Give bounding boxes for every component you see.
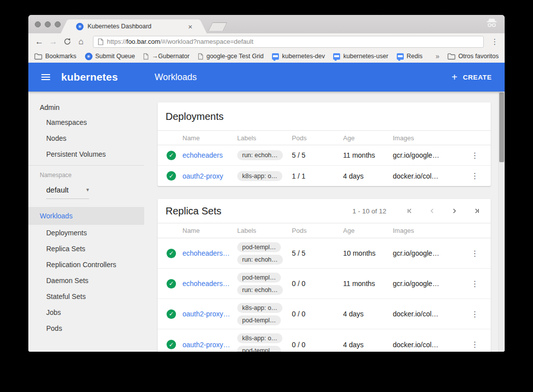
label-chip: k8s-app: o… — [237, 171, 282, 181]
hamburger-menu-icon[interactable] — [41, 74, 50, 80]
create-button[interactable]: + CREATE — [451, 72, 492, 82]
namespace-label: Namespace — [28, 172, 144, 179]
back-button[interactable]: ← — [33, 37, 45, 47]
kubernetes-icon: ✳ — [85, 53, 92, 60]
bookmarks-overflow-icon[interactable]: » — [436, 52, 440, 60]
window-minimize-button[interactable] — [45, 21, 51, 27]
url-bar[interactable]: https://foo.bar.com/#/workload?namespace… — [93, 36, 484, 48]
chevron-down-icon: ▾ — [86, 187, 89, 193]
table-header: Name Labels Pods Age Images — [158, 130, 491, 145]
folder-icon — [34, 53, 42, 60]
window-close-button[interactable] — [35, 21, 41, 27]
sidebar-item-workloads[interactable]: Workloads — [28, 207, 144, 225]
row-menu-button[interactable]: ⋮ — [465, 279, 485, 289]
bookmark-item[interactable]: kubernetes-user — [333, 53, 388, 60]
app-body: Admin Namespaces Nodes Persistent Volume… — [28, 92, 505, 352]
bookmark-item[interactable]: kubernetes-dev — [272, 53, 325, 60]
scrollbar-thumb[interactable] — [499, 93, 504, 162]
plus-icon: + — [451, 72, 457, 82]
page-security-icon — [98, 38, 103, 45]
url-path: /#/workload?namespace=default — [160, 38, 254, 45]
status-ok-icon: ✓ — [167, 279, 176, 289]
label-chip: k8s-app: o… — [237, 333, 282, 343]
incognito-icon — [486, 17, 498, 28]
sidebar-item-pods[interactable]: Pods — [28, 320, 144, 336]
resource-link[interactable]: oauth2-proxy… — [182, 310, 237, 318]
bookmarks-bar: Bookmarks ✳ Submit Queue →Gubernator goo… — [28, 50, 505, 63]
reload-button[interactable] — [61, 37, 73, 46]
tab-close-icon[interactable]: × — [186, 22, 194, 31]
content-scrollbar[interactable] — [498, 92, 505, 352]
table-row: ✓ echoheaders run: echoh… 5 / 5 11 month… — [158, 145, 491, 166]
sidebar-item-admin[interactable]: Admin — [28, 100, 144, 114]
sidebar-item-deployments[interactable]: Deployments — [28, 225, 144, 241]
sidebar-item-namespaces[interactable]: Namespaces — [28, 114, 144, 130]
browser-menu-icon[interactable]: ⋮ — [490, 37, 500, 46]
sidebar-item-replication-controllers[interactable]: Replication Controllers — [28, 257, 144, 273]
group-icon — [333, 53, 340, 60]
window-zoom-button[interactable] — [55, 21, 61, 27]
url-host: foo.bar.com — [126, 38, 160, 45]
group-icon — [272, 53, 279, 60]
resource-link[interactable]: oauth2-proxy — [182, 172, 237, 180]
status-ok-icon: ✓ — [167, 340, 176, 349]
tab-title: Kubernetes Dashboard — [88, 23, 186, 30]
card-title: Deployments — [166, 111, 224, 122]
sidebar-divider — [28, 165, 144, 166]
sidebar-item-persistent-volumes[interactable]: Persistent Volumes — [28, 146, 144, 162]
other-bookmarks-folder[interactable]: Otros favoritos — [447, 53, 499, 60]
browser-navbar: ← → ⌂ https://foo.bar.com/#/workload?nam… — [28, 33, 505, 50]
deployments-card: Deployments Name Labels Pods Age Images … — [158, 102, 491, 186]
sidebar: Admin Namespaces Nodes Persistent Volume… — [28, 92, 144, 352]
new-tab-button[interactable] — [208, 22, 227, 31]
row-menu-button[interactable]: ⋮ — [465, 340, 485, 349]
status-ok-icon: ✓ — [167, 249, 176, 258]
bookmark-item[interactable]: Redis — [397, 53, 423, 60]
sidebar-item-daemon-sets[interactable]: Daemon Sets — [28, 273, 144, 289]
next-page-button[interactable] — [448, 205, 460, 217]
home-button[interactable]: ⌂ — [75, 37, 87, 47]
desktop-background: ✳ Kubernetes Dashboard × ← → — [0, 0, 533, 392]
resource-link[interactable]: oauth2-proxy… — [182, 341, 237, 349]
bookmark-item[interactable]: google-gce Test Grid — [198, 53, 264, 60]
bookmark-item[interactable]: Bookmarks — [34, 53, 77, 60]
sidebar-item-nodes[interactable]: Nodes — [28, 130, 144, 146]
status-ok-icon: ✓ — [167, 309, 176, 319]
label-chip: pod-templ… — [237, 315, 281, 325]
label-chip: run: echoh… — [237, 255, 283, 265]
resource-link[interactable]: echoheaders… — [182, 280, 237, 288]
first-page-button[interactable] — [404, 205, 416, 217]
label-chip: pod-templ… — [237, 273, 281, 283]
resource-link[interactable]: echoheaders — [182, 151, 237, 159]
browser-titlebar: ✳ Kubernetes Dashboard × — [28, 15, 505, 33]
bookmark-item[interactable]: →Gubernator — [143, 53, 189, 60]
table-row: ✓ echoheaders… pod-templ… run: echoh… 5 … — [158, 238, 491, 269]
replica-sets-card: Replica Sets 1 - 10 of 12 — [158, 199, 491, 352]
label-chip: run: echoh… — [237, 285, 283, 295]
sidebar-item-jobs[interactable]: Jobs — [28, 304, 144, 320]
row-menu-button[interactable]: ⋮ — [465, 171, 485, 181]
label-chip: k8s-app: o… — [237, 303, 282, 313]
label-chip: pod-templ… — [237, 346, 281, 352]
row-menu-button[interactable]: ⋮ — [465, 309, 485, 319]
kubernetes-favicon-icon: ✳ — [76, 23, 84, 30]
pagination: 1 - 10 of 12 — [353, 205, 483, 217]
app-header: kubernetes Workloads + CREATE — [28, 63, 505, 92]
page-title: Workloads — [155, 72, 197, 83]
sidebar-item-stateful-sets[interactable]: Stateful Sets — [28, 289, 144, 304]
browser-window: ✳ Kubernetes Dashboard × ← → — [28, 15, 505, 352]
last-page-button[interactable] — [471, 205, 483, 217]
app-logo[interactable]: kubernetes — [61, 71, 118, 83]
table-row: ✓ oauth2-proxy… k8s-app: o… pod-templ… 0… — [158, 329, 491, 352]
browser-tab[interactable]: ✳ Kubernetes Dashboard × — [70, 19, 197, 33]
row-menu-button[interactable]: ⋮ — [465, 151, 485, 160]
page-icon — [198, 53, 203, 60]
resource-link[interactable]: echoheaders… — [182, 249, 237, 257]
namespace-select[interactable]: default ▾ — [46, 186, 89, 199]
bookmark-item[interactable]: ✳ Submit Queue — [85, 53, 135, 60]
previous-page-button[interactable] — [426, 205, 438, 217]
forward-button[interactable]: → — [47, 37, 59, 47]
group-icon — [397, 53, 404, 60]
row-menu-button[interactable]: ⋮ — [465, 249, 485, 258]
sidebar-item-replica-sets[interactable]: Replica Sets — [28, 241, 144, 257]
